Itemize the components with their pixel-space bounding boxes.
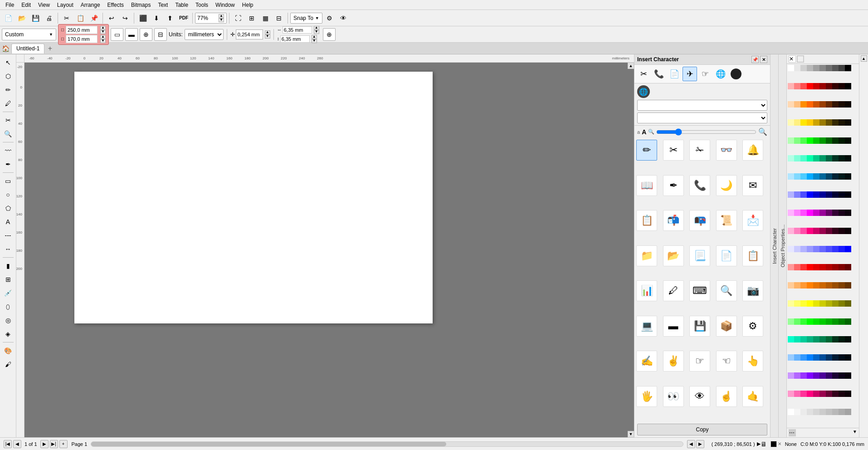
freehand-tool[interactable]: ✏ [2, 83, 15, 96]
ic-vertical-tab[interactable]: Insert Character [770, 54, 778, 437]
tab-untitled1[interactable]: Untitled-1 [11, 44, 44, 54]
page-add-button[interactable]: ⊕ [323, 28, 336, 41]
units-select[interactable]: millimeters inches pixels [185, 29, 224, 40]
color-cell-60[interactable] [788, 173, 794, 180]
color-cell-165[interactable] [819, 354, 826, 361]
color-cell-199[interactable] [845, 409, 851, 415]
color-cell-164[interactable] [813, 354, 819, 361]
menu-file[interactable]: File [2, 1, 18, 9]
guides-button[interactable]: ⊟ [154, 28, 167, 41]
menu-text[interactable]: Text [154, 1, 171, 9]
color-cell-143[interactable] [807, 318, 813, 325]
color-cell-8[interactable] [839, 65, 845, 71]
color-cell-99[interactable] [845, 228, 851, 234]
grid-x-down[interactable]: ▼ [314, 30, 319, 34]
ic-cell-39[interactable]: 🤙 [742, 386, 763, 407]
color-cell-181[interactable] [794, 391, 800, 397]
undo-button[interactable]: ↩ [105, 12, 118, 24]
color-cell-46[interactable] [826, 137, 832, 144]
ic-scissors-icon[interactable]: ✂ [636, 67, 651, 81]
color-cell-190[interactable] [788, 409, 794, 415]
first-page-button[interactable]: |◀ [4, 440, 12, 448]
color-cell-68[interactable] [839, 173, 845, 180]
color-cell-121[interactable] [794, 282, 800, 289]
color-cell-65[interactable] [819, 173, 826, 180]
color-cell-119[interactable] [845, 264, 851, 270]
add-page-button[interactable]: + [59, 440, 68, 448]
shadow-tool[interactable]: ◎ [2, 314, 15, 327]
export-button[interactable]: ⬆ [164, 12, 176, 24]
print-button[interactable]: 🖨 [43, 12, 55, 24]
ic-cell-14[interactable]: 📩 [742, 210, 763, 231]
ic-cell-29[interactable]: ⚙ [742, 316, 763, 337]
color-cell-23[interactable] [807, 101, 813, 108]
copy-button[interactable]: 📋 [74, 12, 87, 24]
ic-cell-33[interactable]: ☜ [716, 351, 737, 372]
menu-layout[interactable]: Layout [54, 1, 77, 9]
ic-cell-10[interactable]: 📋 [636, 210, 657, 231]
color-cell-52[interactable] [800, 155, 807, 161]
color-cell-116[interactable] [826, 264, 832, 270]
color-cell-15[interactable] [819, 83, 826, 89]
color-cell-86[interactable] [826, 210, 832, 216]
ic-cell-25[interactable]: 💻 [636, 316, 657, 337]
color-cell-184[interactable] [813, 391, 819, 397]
scroll-up-button[interactable]: ▲ [628, 63, 634, 69]
color-cell-144[interactable] [813, 318, 819, 325]
color-cell-87[interactable] [832, 210, 839, 216]
color-cell-146[interactable] [826, 318, 832, 325]
ic-cell-32[interactable]: ☞ [689, 351, 710, 372]
pdf-button[interactable]: PDF [177, 12, 190, 24]
prev-page-button[interactable]: ◀ [13, 440, 21, 448]
color-cell-74[interactable] [813, 191, 819, 198]
color-cell-9[interactable] [845, 65, 851, 71]
zoom-input[interactable]: 77 [197, 15, 218, 21]
color-cell-194[interactable] [813, 409, 819, 415]
color-cell-186[interactable] [826, 391, 832, 397]
menu-table[interactable]: Table [171, 1, 192, 9]
color-cell-20[interactable] [788, 101, 794, 108]
color-cell-172[interactable] [800, 372, 807, 379]
color-cell-35[interactable] [819, 119, 826, 126]
redo-button[interactable]: ↪ [119, 12, 132, 24]
color-cell-2[interactable] [800, 65, 807, 71]
color-cell-185[interactable] [819, 391, 826, 397]
page-width-down[interactable]: ▼ [100, 30, 106, 34]
color-cell-12[interactable] [800, 83, 807, 89]
next-page-button[interactable]: ▶ [40, 440, 49, 448]
color-cell-62[interactable] [800, 173, 807, 180]
gridview-button[interactable]: ⊞ [245, 12, 258, 24]
color-cell-98[interactable] [839, 228, 845, 234]
color-cell-102[interactable] [800, 246, 807, 252]
color-cell-32[interactable] [800, 119, 807, 126]
color-cell-10[interactable] [788, 83, 794, 89]
ic-cell-37[interactable]: 👁 [689, 386, 710, 407]
ic-cell-15[interactable]: 📁 [636, 245, 657, 266]
color-cell-155[interactable] [819, 336, 826, 342]
color-cell-118[interactable] [839, 264, 845, 270]
color-cell-132[interactable] [800, 300, 807, 307]
color-cell-126[interactable] [826, 282, 832, 289]
color-cell-55[interactable] [819, 155, 826, 161]
color-cell-42[interactable] [800, 137, 807, 144]
color-cell-191[interactable] [794, 409, 800, 415]
size-slider[interactable] [656, 128, 756, 136]
color-cell-192[interactable] [800, 409, 807, 415]
canvas-content[interactable] [24, 63, 634, 437]
color-cell-90[interactable] [788, 228, 794, 234]
color-cell-150[interactable] [788, 336, 794, 342]
right-scroll-up[interactable]: ▲ [861, 55, 867, 62]
horizontal-scrollbar[interactable] [91, 441, 683, 447]
color-cell-159[interactable] [845, 336, 851, 342]
nudge-input[interactable] [236, 29, 263, 39]
ic-cell-3[interactable]: 👓 [716, 140, 737, 161]
color-cell-107[interactable] [832, 246, 839, 252]
color-cell-131[interactable] [794, 300, 800, 307]
color-cell-111[interactable] [794, 264, 800, 270]
scroll-right-button[interactable]: ▶ [696, 440, 704, 448]
ic-cell-30[interactable]: ✍ [636, 351, 657, 372]
color-cell-109[interactable] [845, 246, 851, 252]
color-cell-3[interactable] [807, 65, 813, 71]
ellipse-tool[interactable]: ○ [2, 188, 15, 201]
color-cell-198[interactable] [839, 409, 845, 415]
